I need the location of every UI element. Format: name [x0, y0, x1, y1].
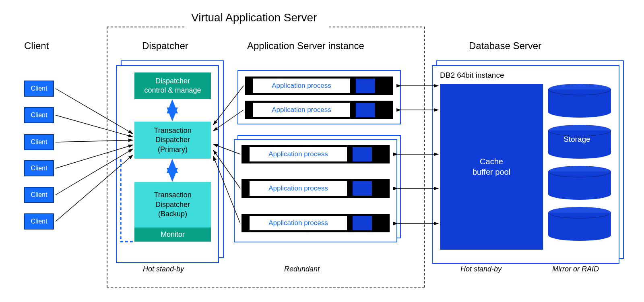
dispatcher-monitor-box: Monitor — [134, 228, 211, 242]
vas-top-right — [329, 27, 422, 27]
client-box-3: Client — [24, 134, 54, 150]
dispatcher-primary-box: Transaction Dispatcher (Primary) — [134, 122, 211, 159]
db-note-left: Hot stand-by — [460, 265, 502, 273]
app-process-3: Application process — [250, 147, 347, 161]
app-sq-2 — [356, 103, 375, 117]
client-box-6: Client — [24, 213, 54, 230]
title-client: Client — [24, 40, 49, 52]
dispatcher-note: Hot stand-by — [143, 265, 184, 273]
db-instance-label: DB2 64bit instance — [440, 71, 504, 80]
app-process-1: Application process — [253, 79, 350, 93]
title-virtual-app-server: Virtual Application Server — [191, 11, 317, 24]
app-sq-5 — [353, 216, 372, 230]
vas-top-left — [107, 27, 184, 27]
app-process-2: Application process — [253, 103, 350, 117]
app-sq-3 — [353, 147, 372, 161]
app-sq-1 — [356, 79, 375, 93]
db-cache-buffer: Cache buffer pool — [440, 84, 543, 250]
app-sq-4 — [353, 181, 372, 196]
client-box-1: Client — [24, 81, 54, 97]
dispatcher-backup-label: Transaction Dispatcher (Backup) — [154, 182, 191, 228]
app-process-4: Application process — [250, 181, 347, 196]
asi-note: Redundant — [284, 265, 320, 273]
title-dbserver: Database Server — [469, 40, 541, 52]
db-note-right: Mirror or RAID — [552, 265, 599, 273]
app-process-5: Application process — [250, 216, 347, 230]
client-box-5: Client — [24, 187, 54, 203]
client-box-2: Client — [24, 107, 54, 123]
client-box-4: Client — [24, 160, 54, 176]
dispatcher-backup-box: Transaction Dispatcher (Backup) — [134, 182, 211, 228]
dispatcher-control-box: Dispatcher control & manage — [134, 72, 211, 99]
storage-label: Storage — [564, 135, 590, 144]
